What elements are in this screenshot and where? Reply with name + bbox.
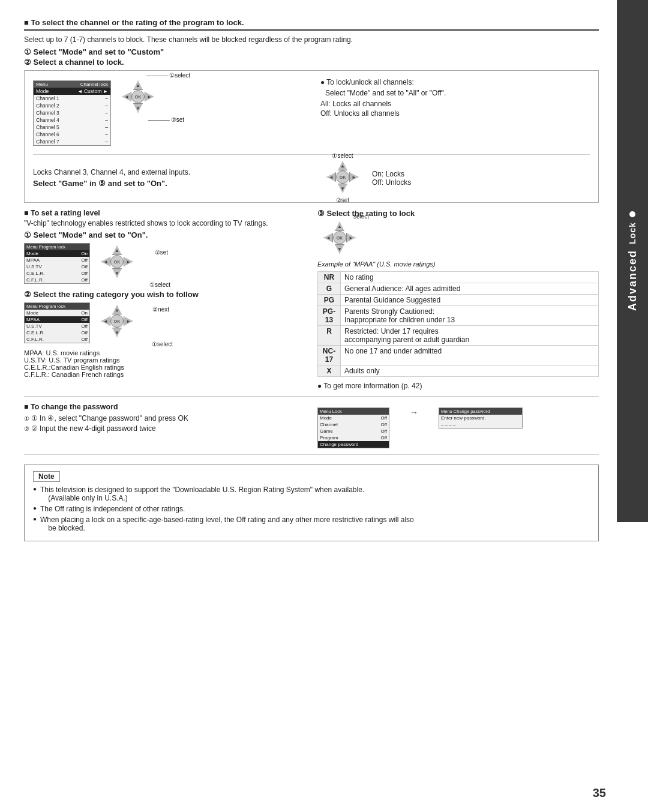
set-annotation-ch: ———— ②set — [148, 116, 184, 123]
note-item-2: The Off rating is independent of other r… — [33, 505, 590, 513]
dpad-up-r1[interactable]: ▲ — [112, 245, 122, 255]
game-title: Select "Game" in ⑤ and set to "On". — [33, 179, 302, 188]
prog-row-mpaa-1: MPAAOff — [25, 257, 89, 263]
rating-desc-PG13: Parents Strongly Cautioned:Inappropriate… — [341, 306, 599, 326]
program-lock-screen-1: Menu Program lock ModeOn MPAAOff U.S.TVO… — [24, 243, 90, 284]
rating-step2: ② Select the rating category you wish to… — [24, 290, 305, 299]
lock-screen-wrap: Menu Lock ModeOff ChannelOff GameOff — [317, 408, 389, 448]
divider-1 — [33, 154, 590, 155]
lock-row-mode: ModeOff — [318, 415, 389, 421]
game-section: Locks Channel 3, Channel 4, and external… — [33, 161, 590, 195]
dpad-up-sr[interactable]: ▲ — [335, 221, 344, 231]
arrow-to-change-pw: → — [410, 408, 418, 417]
prog-row-ustv-2: U.S.TVOff — [25, 323, 89, 329]
dpad-ok-channel[interactable]: OK — [131, 90, 145, 103]
program-lock-screen-2: Menu Program lock ModeOn MPAAOff U.S.TVO… — [24, 302, 90, 343]
rating-code-R: R — [318, 326, 341, 346]
prog-row-cflr-1: C.F.L.R.Off — [25, 277, 89, 283]
password-left: ■ To change the password ① ① In ④, selec… — [24, 403, 305, 433]
sidebar-dot — [629, 211, 635, 217]
password-title: ■ To change the password — [24, 403, 305, 411]
dpad-game: ▲ OK ▼ ◄ ► — [326, 161, 359, 193]
dpad-rating-1: ▲ OK ▼ ◄ ► — [101, 245, 133, 278]
dpad-up-r2[interactable]: ▲ — [112, 305, 122, 314]
rating-code-X: X — [318, 365, 341, 377]
rating-desc-X: Adults only — [341, 365, 599, 377]
dpad-ok-game[interactable]: OK — [336, 170, 349, 184]
screen-row-ch3: Channel 3 – — [34, 109, 110, 116]
screen-row-mode: Mode ◄ Custom ► — [34, 88, 110, 95]
lock-screen-header: Menu Lock — [318, 408, 389, 415]
game-select-annotation: ①select — [332, 152, 353, 159]
rating-desc-G: General Audience: All ages admitted — [341, 283, 599, 295]
rating-row-NR: NR No rating — [318, 272, 599, 283]
dpad-ok-r1[interactable]: OK — [110, 255, 124, 268]
dpad-right-r2[interactable]: ► — [124, 316, 133, 326]
game-intro: Locks Channel 3, Channel 4, and external… — [33, 168, 302, 176]
ratings-table: NR No rating G General Audience: All age… — [317, 271, 599, 377]
dpad-down-sr[interactable]: ▼ — [335, 244, 344, 254]
sidebar-lock-label: Lock — [628, 222, 637, 244]
prog-row-mode-2: ModeOn — [25, 310, 89, 316]
prog-row-mode-1: ModeOn — [25, 250, 89, 257]
note-item-3: When placing a lock on a specific-age-ba… — [33, 516, 590, 532]
dpad-left-sr[interactable]: ◄ — [323, 233, 333, 242]
note-item-1: This television is designed to support t… — [33, 486, 590, 502]
prog-lock-header-1: Menu Program lock — [25, 244, 89, 250]
game-on-locks: On: Locks — [372, 170, 411, 178]
rating-title: ■ To set a rating level — [24, 209, 305, 217]
rating-select-annotation2: ①select — [152, 341, 173, 347]
change-pw-row-1: Enter new password. — [439, 415, 522, 421]
section-header: ■ To select the channel or the rating of… — [24, 18, 599, 31]
channel-lock-right: ● To lock/unlock all channels: Select "M… — [320, 78, 590, 118]
dpad-left-channel[interactable]: ◄ — [122, 92, 131, 101]
rating-code-NR: NR — [318, 272, 341, 283]
rating-set-annotation: ②set — [155, 249, 168, 256]
sidebar-advanced-label: Advanced — [626, 250, 639, 311]
lock-row-game: GameOff — [318, 428, 389, 435]
game-set-annotation: ②set — [336, 197, 349, 203]
rating-row-R: R Restricted: Under 17 requiresaccompany… — [318, 326, 599, 346]
dpad-right-channel[interactable]: ► — [145, 92, 154, 101]
rating-desc: "V-chip" technology enables restricted s… — [24, 219, 305, 227]
screen-header-right: Channel lock — [80, 82, 108, 87]
right-sidebar: Lock Advanced — [617, 0, 648, 522]
dpad-right-r1[interactable]: ► — [124, 257, 133, 266]
dpad-down-r2[interactable]: ▼ — [112, 328, 122, 337]
channel-lock-control-row: Menu Channel lock Mode ◄ Custom ► Channe… — [33, 78, 302, 148]
dpad-left-game[interactable]: ◄ — [326, 172, 336, 182]
rating-row-PG: PG Parental Guidance Suggested — [318, 295, 599, 306]
dpad-channel: ▲ OK ▼ ◄ ► — [122, 80, 154, 113]
dpad-up-game[interactable]: ▲ — [338, 161, 347, 170]
program-lock-2-row: Menu Program lock ModeOn MPAAOff U.S.TVO… — [24, 302, 305, 343]
dpad-right-sr[interactable]: ► — [346, 233, 356, 242]
game-left: Locks Channel 3, Channel 4, and external… — [33, 168, 302, 188]
dpad-rating-1-section: ▲ OK ▼ ◄ ► ②set ①select — [95, 245, 139, 280]
rating-select-annotation: ①select — [149, 281, 170, 288]
dpad-left-r1[interactable]: ◄ — [101, 257, 110, 266]
dpad-down-game[interactable]: ▼ — [338, 184, 347, 193]
rating-code-G: G — [318, 283, 341, 295]
note-section: Note This television is designed to supp… — [24, 465, 599, 541]
step1-label: ① Select "Mode" and set to "Custom" — [24, 47, 599, 56]
prog-row-celr-1: C.E.L.R.Off — [25, 270, 89, 277]
top-desc: Select up to 7 (1-7) channels to block. … — [24, 35, 599, 44]
divider-3 — [24, 454, 599, 455]
rating-code-PG: PG — [318, 295, 341, 306]
select-rating-right: ③ Select the rating to lock ▲ OK ▼ ◄ ► s… — [317, 209, 599, 390]
dpad-up-channel[interactable]: ▲ — [133, 80, 143, 90]
lock-unlock-bullet: ● To lock/unlock all channels: — [320, 78, 590, 86]
dpad-channel-section: ———— ①select ▲ OK ▼ ◄ ► — [116, 80, 160, 115]
prog-row-mpaa-2: MPAAOff — [25, 316, 89, 323]
screen-mockup-channel: Menu Channel lock Mode ◄ Custom ► Channe… — [33, 80, 111, 146]
dpad-left-r2[interactable]: ◄ — [101, 316, 110, 326]
dpad-down-channel[interactable]: ▼ — [133, 103, 143, 113]
change-pw-header: Menu Change password — [439, 408, 522, 415]
rating-row-NC17: NC-17 No one 17 and under admitted — [318, 346, 599, 365]
dpad-right-game[interactable]: ► — [349, 172, 359, 182]
dpad-ok-sr[interactable]: OK — [333, 231, 346, 244]
dpad-ok-r2[interactable]: OK — [110, 314, 124, 328]
lock-row-program: ProgramOff — [318, 435, 389, 441]
rating-next-annotation: ②next — [152, 306, 169, 313]
dpad-down-r1[interactable]: ▼ — [112, 268, 122, 278]
